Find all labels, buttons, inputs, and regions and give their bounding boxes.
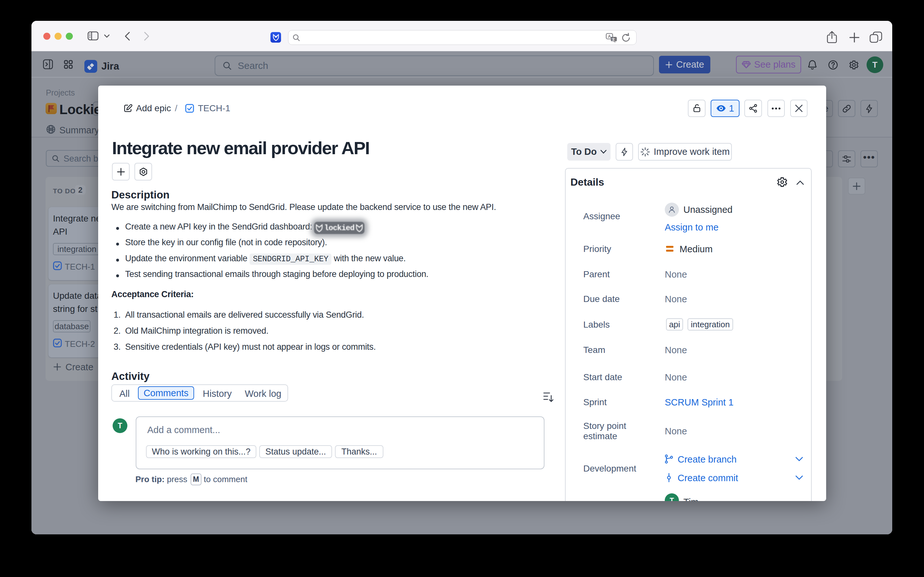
svg-text:文: 文 xyxy=(612,37,615,41)
svg-text:A: A xyxy=(608,34,611,39)
